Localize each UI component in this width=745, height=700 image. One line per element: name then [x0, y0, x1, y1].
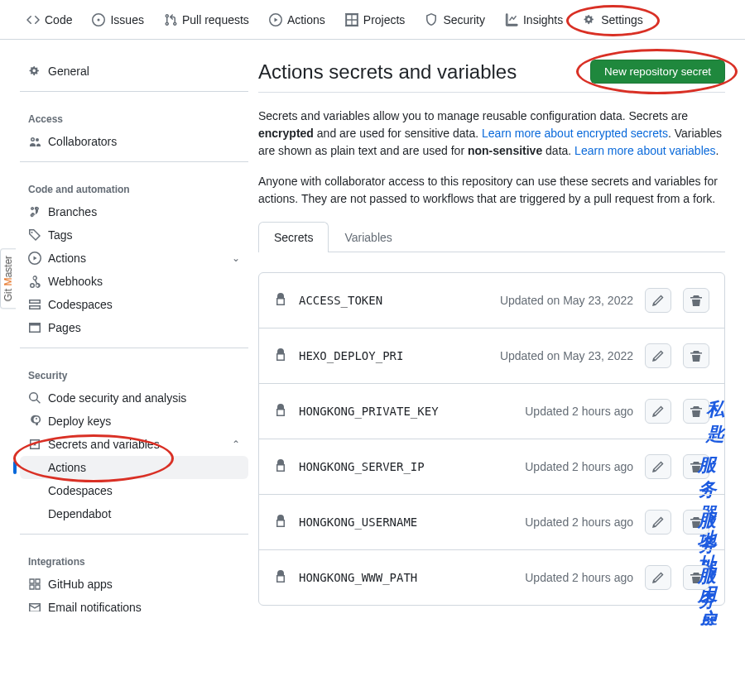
secrets-tabs: Secrets Variables	[258, 221, 725, 252]
tab-insights-label: Insights	[523, 13, 563, 26]
apps-icon	[28, 578, 41, 591]
sidebar-actions[interactable]: Actions ⌄	[20, 247, 248, 270]
lock-icon-wrap	[274, 404, 287, 420]
secret-name: ACCESS_TOKEN	[299, 294, 382, 307]
lock-icon-wrap	[274, 570, 287, 586]
pencil-icon	[651, 294, 665, 307]
tab-code-label: Code	[45, 13, 72, 26]
edit-secret-button[interactable]	[645, 454, 671, 479]
tab-projects[interactable]: Projects	[339, 8, 412, 31]
pencil-icon	[651, 515, 665, 529]
sidebar-email-notifications[interactable]: Email notifications	[20, 596, 248, 619]
graph-icon	[505, 13, 518, 26]
lock-icon	[274, 570, 287, 583]
secret-row: HEXO_DEPLOY_PRIUpdated on May 23, 2022	[259, 328, 724, 383]
tab-security[interactable]: Security	[418, 8, 492, 31]
branch-icon	[28, 205, 41, 218]
edit-secret-button[interactable]	[645, 565, 671, 590]
key-icon	[28, 415, 41, 428]
table-icon	[345, 13, 358, 26]
delete-secret-button[interactable]	[683, 454, 709, 479]
tab-variables[interactable]: Variables	[329, 222, 407, 252]
link-encrypted-secrets[interactable]: Learn more about encrypted secrets	[482, 127, 668, 140]
sidebar-heading-access: Access	[20, 100, 248, 130]
lock-icon-wrap	[274, 459, 287, 475]
sidebar-actions-label: Actions	[48, 252, 86, 265]
link-variables[interactable]: Learn more about variables	[574, 144, 715, 157]
sidebar-collaborators[interactable]: Collaborators	[20, 130, 248, 153]
sidebar-branches[interactable]: Branches	[20, 200, 248, 223]
sidebar-sub-dependabot[interactable]: Dependabot	[20, 502, 248, 525]
trash-icon	[690, 515, 703, 529]
secret-row: HONGKONG_PRIVATE_KEYUpdated 2 hours ago私…	[259, 383, 724, 439]
sidebar-sub-codespaces[interactable]: Codespaces	[20, 479, 248, 502]
sidebar-code-security[interactable]: Code security and analysis	[20, 386, 248, 410]
lock-icon	[274, 348, 287, 362]
edit-secret-button[interactable]	[645, 343, 671, 368]
tab-settings[interactable]: Settings	[576, 8, 650, 31]
secret-row: HONGKONG_WWW_PATHUpdated 2 hours ago服务器同…	[259, 549, 724, 605]
page-title: Actions secrets and variables	[258, 60, 517, 84]
sidebar-codespaces[interactable]: Codespaces	[20, 293, 248, 316]
sidebar-branches-label: Branches	[48, 205, 97, 218]
delete-secret-button[interactable]	[683, 399, 709, 424]
sidebar-tags-label: Tags	[48, 228, 73, 242]
sidebar-webhooks[interactable]: Webhooks	[20, 270, 248, 293]
sidebar-heading-security: Security	[20, 357, 248, 386]
tab-pulls[interactable]: Pull requests	[157, 8, 256, 31]
lock-icon	[274, 515, 287, 528]
tab-actions-label: Actions	[287, 13, 325, 26]
trash-icon	[690, 460, 703, 473]
sidebar-deploy-keys[interactable]: Deploy keys	[20, 410, 248, 433]
tab-secrets[interactable]: Secrets	[258, 222, 329, 252]
tab-projects-label: Projects	[363, 13, 406, 26]
new-repository-secret-button[interactable]: New repository secret	[590, 60, 725, 84]
tab-issues[interactable]: Issues	[85, 8, 150, 31]
repo-topnav: Code Issues Pull requests Actions Projec…	[0, 0, 745, 40]
pencil-icon	[651, 571, 665, 584]
sidebar-deploy-keys-label: Deploy keys	[48, 415, 111, 428]
secret-updated: Updated on May 23, 2022	[500, 349, 633, 362]
play-icon	[28, 252, 41, 265]
sidebar-general[interactable]: General	[20, 60, 248, 83]
settings-sidebar: General Access Collaborators Code and au…	[0, 40, 248, 626]
delete-secret-button[interactable]	[683, 565, 709, 590]
delete-secret-button[interactable]	[683, 288, 709, 313]
trash-icon	[690, 294, 703, 307]
sidebar-sub-actions[interactable]: Actions	[20, 456, 248, 479]
code-icon	[26, 13, 40, 26]
webhook-icon	[28, 275, 41, 288]
asterisk-icon	[28, 438, 41, 451]
sidebar-tags[interactable]: Tags	[20, 223, 248, 247]
page-description-1: Secrets and variables allow you to manag…	[258, 108, 725, 160]
sidebar-sub-codespaces-label: Codespaces	[48, 484, 113, 497]
tab-code[interactable]: Code	[20, 8, 79, 31]
lock-icon	[274, 293, 287, 306]
secret-name: HONGKONG_PRIVATE_KEY	[299, 405, 439, 418]
edit-secret-button[interactable]	[645, 510, 671, 535]
sidebar-sub-dependabot-label: Dependabot	[48, 507, 111, 520]
play-icon	[269, 13, 282, 26]
delete-secret-button[interactable]	[683, 343, 709, 368]
sidebar-webhooks-label: Webhooks	[48, 275, 103, 288]
sidebar-pages[interactable]: Pages	[20, 316, 248, 339]
tab-issues-label: Issues	[110, 13, 143, 26]
lock-icon-wrap	[274, 515, 287, 530]
sidebar-heading-integrations: Integrations	[20, 543, 248, 573]
secret-updated: Updated 2 hours ago	[525, 571, 633, 584]
sidebar-sub-actions-label: Actions	[48, 461, 86, 474]
shield-icon	[425, 13, 438, 26]
tab-insights[interactable]: Insights	[498, 8, 570, 31]
edit-secret-button[interactable]	[645, 288, 671, 313]
tab-actions[interactable]: Actions	[262, 8, 332, 31]
sidebar-github-apps-label: GitHub apps	[48, 578, 113, 591]
secret-row: ACCESS_TOKENUpdated on May 23, 2022	[259, 273, 724, 328]
main-content: Actions secrets and variables New reposi…	[248, 40, 745, 626]
sidebar-github-apps[interactable]: GitHub apps	[20, 573, 248, 596]
delete-secret-button[interactable]	[683, 510, 709, 535]
tab-settings-label: Settings	[601, 13, 643, 26]
edit-secret-button[interactable]	[645, 399, 671, 424]
gitmaster-tab[interactable]: Git Master	[0, 248, 16, 309]
lock-icon	[274, 404, 287, 417]
sidebar-secrets-vars[interactable]: Secrets and variables ⌃	[20, 433, 248, 456]
